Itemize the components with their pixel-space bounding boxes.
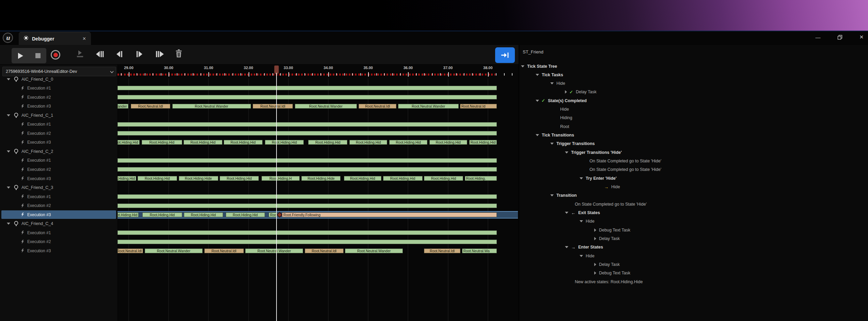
close-button[interactable]: ✕ (858, 34, 865, 41)
state-segment[interactable]: Root.Hiding. (465, 176, 497, 181)
state-segment[interactable]: Root.Hiding.Hid (389, 140, 427, 145)
st-tree-row[interactable]: Trigger Transitions (519, 140, 868, 148)
state-segment[interactable]: Root.Hiding.Hid (117, 212, 139, 217)
state-segment[interactable]: Root.Hiding.Hid (138, 176, 177, 181)
step-back-button[interactable] (116, 50, 123, 58)
record-button[interactable] (51, 50, 60, 60)
expand-arrow-icon[interactable] (521, 65, 524, 67)
step-forward-button[interactable] (136, 50, 143, 58)
st-tree-row[interactable]: On State Completed go to State 'Hide' (519, 157, 868, 165)
state-segment[interactable]: Root.Neutral.Wander (345, 248, 403, 253)
execution-row[interactable]: Execution #3 (0, 246, 117, 255)
expand-arrow-icon[interactable] (594, 263, 596, 266)
execution-activity-bar[interactable] (117, 194, 496, 199)
execution-activity-bar[interactable] (117, 122, 496, 127)
state-segment[interactable]: Root.Neutral.Wa (462, 248, 497, 253)
state-segment[interactable]: Root.Hiding.Hid (184, 212, 223, 217)
execution-row[interactable]: Execution #2 (0, 165, 117, 174)
expand-arrow-icon[interactable] (565, 246, 568, 248)
state-segment[interactable]: Root.Hiding.Hid (142, 212, 182, 217)
state-segment[interactable]: Root.Hiding.Hid (142, 140, 183, 145)
st-tree-row[interactable]: New active states: Root.Hiding.Hide (519, 277, 868, 286)
state-segment[interactable]: Root.Neutral.Idl (131, 104, 170, 109)
state-segment[interactable]: Root.Hiding.Hid (184, 140, 223, 145)
st-tree-row[interactable]: ✓Delay Task (519, 88, 868, 96)
state-segment[interactable]: Root.Neutral.Wander (295, 104, 357, 109)
expand-arrow-icon[interactable] (594, 228, 596, 232)
state-segment[interactable]: Root.Hiding.Hid (383, 176, 423, 181)
timeline-body[interactable]: Root.Neutral.WanderRoot.Neutral.IdlRoot.… (117, 75, 519, 321)
execution-row[interactable]: Execution #3 (0, 138, 117, 147)
execution-row[interactable]: Execution #1 (0, 84, 117, 93)
st-tree-row[interactable]: Tick State Tree (519, 62, 868, 70)
execution-row[interactable]: Execution #2 (0, 238, 117, 246)
expand-arrow-icon[interactable] (580, 255, 583, 257)
state-segment[interactable]: Root.Hiding.Hid (469, 140, 497, 145)
state-segment[interactable]: Root.Neutral.Wander (117, 104, 128, 109)
state-segment[interactable]: Root.Hiding.Hid (226, 212, 265, 217)
state-segment[interactable]: Root.Hiding.Hide (301, 176, 341, 181)
state-segment[interactable]: Root.Hiding.Hid (349, 140, 387, 145)
instance-row[interactable]: AIC_Friend_C_1 (0, 111, 117, 119)
restore-button[interactable] (836, 34, 843, 41)
minimize-button[interactable]: — (815, 34, 821, 41)
state-segment[interactable]: Root.Hiding.H (262, 176, 299, 181)
st-tree-row[interactable]: →Hide (519, 183, 868, 191)
expand-arrow-icon[interactable] (536, 100, 539, 102)
state-segment[interactable]: Root.Hiding.Hid (429, 140, 467, 145)
execution-row[interactable]: Execution #2 (0, 202, 117, 210)
instance-row[interactable]: AIC_Friend_C_3 (0, 183, 117, 192)
execution-row[interactable]: Execution #3 (0, 102, 117, 111)
expand-arrow-icon[interactable] (7, 187, 10, 189)
state-segment[interactable]: Root.Neutral.Idl (204, 248, 244, 253)
state-segment[interactable]: Root.Hiding.Hid (117, 176, 136, 181)
execution-row[interactable]: Execution #3 (1, 210, 116, 219)
st-tree-row[interactable]: Transition (519, 191, 868, 200)
st-tree-row[interactable]: Try Enter 'Hide' (519, 174, 868, 182)
state-segment[interactable]: Root.Hiding.Hid (220, 176, 259, 181)
st-tree-row[interactable]: Delay Task (519, 260, 868, 269)
step-into-frame-button[interactable] (76, 49, 84, 58)
st-tree-row[interactable]: Hide (519, 252, 868, 260)
execution-activity-bar[interactable] (117, 95, 496, 99)
follow-latest-button[interactable] (495, 47, 515, 63)
st-tree-row[interactable]: Hide (519, 79, 868, 88)
expand-arrow-icon[interactable] (565, 212, 568, 214)
execution-activity-bar[interactable] (117, 230, 496, 235)
st-tree-row[interactable]: Hide (519, 217, 868, 226)
st-tree-row[interactable]: Trigger Transitions 'Hide' (519, 148, 868, 157)
execution-row[interactable]: Execution #2 (0, 129, 117, 138)
st-tree-row[interactable]: →Enter States (519, 243, 868, 252)
state-segment[interactable]: Root.Neutral.Idl (305, 248, 344, 253)
expand-arrow-icon[interactable] (565, 90, 567, 94)
state-segment[interactable]: Root.Neutral.Wander (398, 104, 459, 109)
state-segment[interactable]: Root.Hiding.Hid (344, 176, 381, 181)
play-button[interactable] (17, 52, 24, 60)
expand-arrow-icon[interactable] (7, 150, 10, 153)
state-segment[interactable]: Root.Neutral.Id (460, 104, 497, 109)
instance-row[interactable]: AIC_Friend_C_0 (0, 75, 117, 83)
execution-row[interactable]: Execution #1 (0, 192, 117, 201)
state-segment[interactable]: Root.Hiding.Hid (424, 176, 463, 181)
expand-arrow-icon[interactable] (550, 82, 554, 84)
tab-close-icon[interactable]: ✕ (82, 36, 86, 41)
execution-activity-bar[interactable] (117, 131, 496, 135)
execution-row[interactable]: Execution #1 (0, 120, 117, 129)
execution-activity-bar[interactable] (117, 204, 496, 208)
instance-row[interactable]: AIC_Friend_C_2 (0, 147, 117, 156)
expand-arrow-icon[interactable] (580, 220, 583, 222)
execution-activity-bar[interactable] (117, 86, 496, 90)
st-tree-row[interactable]: On State Completed go to State 'Hide' (519, 200, 868, 208)
state-segment[interactable]: Root.Neutral.Idl (424, 248, 460, 253)
st-tree-row[interactable]: ✓State(s) Completed (519, 96, 868, 105)
st-tree-row[interactable]: Delay Task (519, 235, 868, 243)
execution-row[interactable]: Execution #3 (0, 174, 117, 183)
expand-arrow-icon[interactable] (594, 237, 596, 240)
st-tree-row[interactable]: Hiding (519, 114, 868, 122)
state-segment[interactable]: Root.Hiding.Hid (117, 140, 139, 145)
st-tree-row[interactable]: Hide (519, 105, 868, 114)
stop-button[interactable] (35, 53, 41, 59)
execution-row[interactable]: Execution #2 (0, 93, 117, 101)
execution-activity-bar[interactable] (117, 158, 496, 163)
state-segment[interactable]: Root.Hiding.Hid (308, 140, 347, 145)
